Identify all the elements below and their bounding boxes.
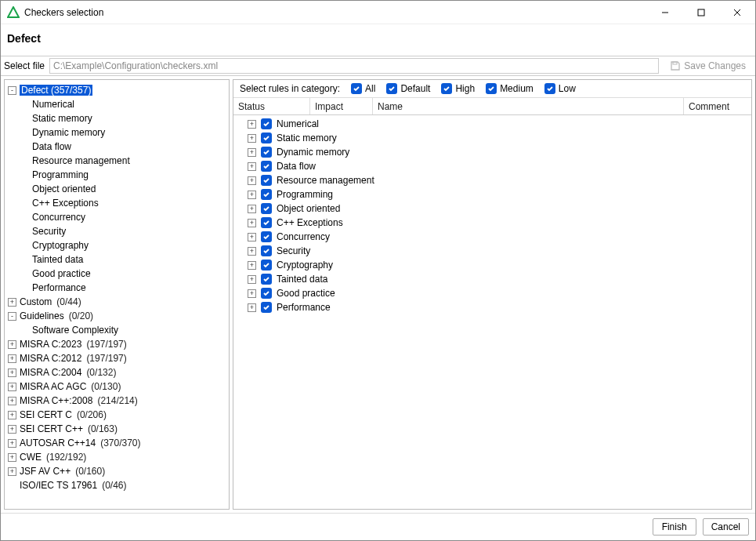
expand-icon[interactable]: +: [8, 298, 16, 307]
tree-item[interactable]: +MISRA AC AGC(0/130): [8, 379, 226, 394]
checkbox-checked-icon[interactable]: [261, 274, 272, 285]
rule-row[interactable]: +Data flow: [233, 159, 751, 173]
save-changes-button[interactable]: Save Changes: [664, 57, 752, 74]
minimize-button[interactable]: [647, 1, 683, 24]
expand-icon[interactable]: +: [248, 134, 256, 143]
checkbox-checked-icon[interactable]: [261, 302, 272, 313]
tree-item[interactable]: +Custom(0/44): [8, 295, 226, 309]
checkbox-checked-icon[interactable]: [261, 161, 272, 172]
checkbox-checked-icon[interactable]: [261, 231, 272, 242]
expand-icon[interactable]: +: [8, 425, 16, 434]
finish-button[interactable]: Finish: [653, 518, 696, 536]
checkbox-checked-icon[interactable]: [261, 118, 272, 129]
tree-item[interactable]: Software Complexity: [8, 323, 226, 337]
tree-item[interactable]: Programming: [8, 168, 226, 182]
checkbox-checked-icon[interactable]: [261, 189, 272, 200]
filter-checkbox[interactable]: Low: [544, 83, 576, 94]
expand-icon[interactable]: +: [8, 383, 16, 391]
col-status[interactable]: Status: [233, 98, 310, 114]
rule-row[interactable]: +Dynamic memory: [233, 145, 751, 159]
rule-row[interactable]: +Security: [233, 244, 751, 258]
col-name[interactable]: Name: [373, 98, 684, 114]
rule-row[interactable]: +Numerical: [233, 117, 751, 131]
collapse-icon[interactable]: -: [8, 312, 16, 321]
filter-checkbox[interactable]: Default: [386, 83, 430, 94]
category-tree[interactable]: -Defect (357/357)NumericalStatic memoryD…: [4, 79, 230, 510]
tree-item[interactable]: +SEI CERT C(0/206): [8, 408, 226, 422]
tree-item[interactable]: +MISRA C:2004(0/132): [8, 365, 226, 379]
cancel-button[interactable]: Cancel: [703, 518, 749, 536]
expand-icon[interactable]: +: [8, 354, 16, 363]
checkbox-checked-icon[interactable]: [261, 147, 272, 158]
tree-item[interactable]: -Guidelines(0/20): [8, 309, 226, 323]
checkbox-checked-icon[interactable]: [261, 133, 272, 143]
tree-item[interactable]: Tainted data: [8, 252, 226, 267]
checkbox-checked-icon[interactable]: [261, 288, 272, 299]
checkbox-checked-icon[interactable]: [261, 203, 272, 214]
checkbox-checked-icon[interactable]: [261, 260, 272, 270]
maximize-button[interactable]: [683, 1, 719, 24]
checkbox-checked-icon[interactable]: [261, 175, 272, 186]
tree-item[interactable]: Security: [8, 224, 226, 238]
tree-item[interactable]: Concurrency: [8, 210, 226, 224]
rule-row[interactable]: +Tainted data: [233, 272, 751, 286]
collapse-icon[interactable]: -: [8, 86, 16, 95]
tree-item[interactable]: ISO/IEC TS 17961(0/46): [8, 478, 226, 492]
filter-checkbox[interactable]: All: [351, 83, 375, 94]
rule-row[interactable]: +Programming: [233, 187, 751, 202]
checkbox-checked-icon[interactable]: [261, 217, 272, 228]
close-button[interactable]: [719, 1, 755, 24]
expand-icon[interactable]: +: [248, 233, 256, 241]
rule-row[interactable]: +Static memory: [233, 131, 751, 145]
tree-item[interactable]: +CWE(192/192): [8, 450, 226, 464]
col-impact[interactable]: Impact: [310, 98, 373, 114]
rule-row[interactable]: +Good practice: [233, 286, 751, 300]
file-path-input[interactable]: [49, 58, 659, 74]
expand-icon[interactable]: +: [8, 369, 16, 377]
expand-icon[interactable]: +: [248, 148, 256, 157]
expand-icon[interactable]: +: [8, 340, 16, 349]
expand-icon[interactable]: +: [248, 247, 256, 256]
expand-icon[interactable]: +: [248, 120, 256, 129]
rules-list[interactable]: +Numerical+Static memory+Dynamic memory+…: [233, 115, 751, 509]
expand-icon[interactable]: +: [248, 275, 256, 284]
tree-item[interactable]: C++ Exceptions: [8, 196, 226, 210]
expand-icon[interactable]: +: [8, 439, 16, 448]
expand-icon[interactable]: +: [248, 289, 256, 298]
rule-row[interactable]: +Cryptography: [233, 258, 751, 272]
col-comment[interactable]: Comment: [684, 98, 751, 114]
filter-checkbox[interactable]: High: [441, 83, 475, 94]
tree-item[interactable]: +AUTOSAR C++14(370/370): [8, 436, 226, 450]
expand-icon[interactable]: +: [8, 411, 16, 419]
expand-icon[interactable]: +: [8, 453, 16, 462]
rule-row[interactable]: +Resource management: [233, 173, 751, 187]
tree-item[interactable]: -Defect (357/357): [8, 83, 226, 97]
expand-icon[interactable]: +: [248, 205, 256, 213]
tree-item[interactable]: +SEI CERT C++(0/163): [8, 422, 226, 436]
tree-item[interactable]: Performance: [8, 281, 226, 295]
tree-item[interactable]: Good practice: [8, 267, 226, 281]
tree-item[interactable]: +MISRA C++:2008(214/214): [8, 394, 226, 408]
checkbox-checked-icon[interactable]: [261, 245, 272, 256]
tree-item[interactable]: Object oriented: [8, 182, 226, 196]
expand-icon[interactable]: +: [248, 162, 256, 171]
tree-item[interactable]: Numerical: [8, 97, 226, 111]
tree-item[interactable]: Static memory: [8, 111, 226, 125]
expand-icon[interactable]: +: [248, 191, 256, 199]
rule-row[interactable]: +C++ Exceptions: [233, 216, 751, 230]
tree-item[interactable]: +MISRA C:2023(197/197): [8, 337, 226, 351]
rule-row[interactable]: +Performance: [233, 300, 751, 314]
filter-checkbox[interactable]: Medium: [486, 83, 534, 94]
tree-item[interactable]: Resource management: [8, 154, 226, 168]
rule-row[interactable]: +Object oriented: [233, 202, 751, 216]
tree-item[interactable]: +MISRA C:2012(197/197): [8, 351, 226, 365]
tree-item[interactable]: Cryptography: [8, 238, 226, 252]
tree-item[interactable]: Data flow: [8, 140, 226, 154]
expand-icon[interactable]: +: [248, 261, 256, 270]
expand-icon[interactable]: +: [8, 467, 16, 476]
tree-item[interactable]: Dynamic memory: [8, 125, 226, 140]
tree-item[interactable]: +JSF AV C++(0/160): [8, 464, 226, 478]
expand-icon[interactable]: +: [248, 176, 256, 185]
expand-icon[interactable]: +: [248, 303, 256, 312]
expand-icon[interactable]: +: [8, 397, 16, 405]
